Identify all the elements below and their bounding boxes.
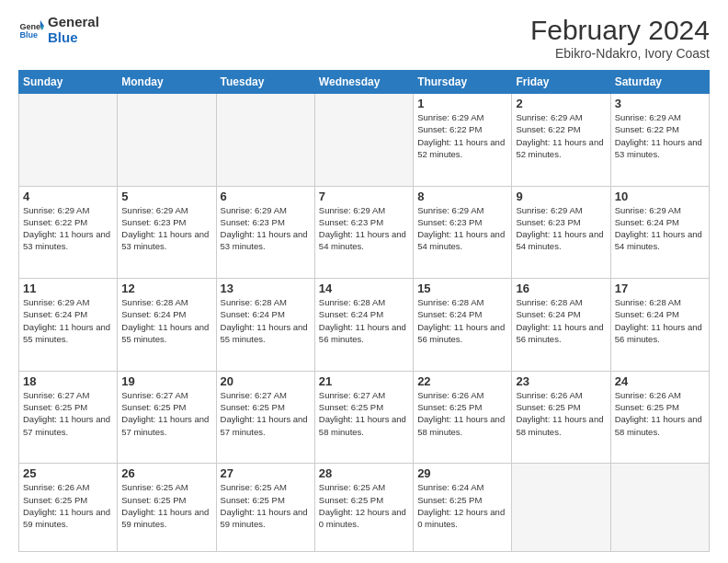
day-info: Sunrise: 6:29 AM Sunset: 6:22 PM Dayligh… xyxy=(516,111,606,160)
day-number: 14 xyxy=(319,282,409,295)
day-info: Sunrise: 6:29 AM Sunset: 6:23 PM Dayligh… xyxy=(516,204,606,253)
day-info: Sunrise: 6:28 AM Sunset: 6:24 PM Dayligh… xyxy=(319,296,409,345)
calendar-cell xyxy=(512,464,610,552)
calendar-week-0: 1Sunrise: 6:29 AM Sunset: 6:22 PM Daylig… xyxy=(19,94,710,187)
svg-text:Blue: Blue xyxy=(19,30,38,40)
day-info: Sunrise: 6:26 AM Sunset: 6:25 PM Dayligh… xyxy=(516,389,606,438)
calendar-header-saturday: Saturday xyxy=(610,71,709,94)
day-number: 28 xyxy=(319,466,409,480)
day-number: 8 xyxy=(417,190,507,203)
day-number: 29 xyxy=(417,466,507,480)
day-info: Sunrise: 6:29 AM Sunset: 6:24 PM Dayligh… xyxy=(615,204,705,253)
day-info: Sunrise: 6:26 AM Sunset: 6:25 PM Dayligh… xyxy=(615,389,705,438)
month-year: February 2024 xyxy=(530,15,710,46)
day-number: 13 xyxy=(221,282,311,295)
calendar-cell: 20Sunrise: 6:27 AM Sunset: 6:25 PM Dayli… xyxy=(216,371,314,464)
header: General Blue General Blue February 2024 … xyxy=(18,15,710,61)
calendar-cell: 9Sunrise: 6:29 AM Sunset: 6:23 PM Daylig… xyxy=(512,186,610,279)
calendar-header-monday: Monday xyxy=(118,71,216,94)
calendar-cell xyxy=(314,94,413,187)
day-number: 20 xyxy=(221,374,311,388)
logo-icon: General Blue xyxy=(18,17,44,43)
day-number: 3 xyxy=(615,97,705,110)
logo-general: General xyxy=(48,15,99,30)
calendar-cell: 21Sunrise: 6:27 AM Sunset: 6:25 PM Dayli… xyxy=(314,371,413,464)
day-number: 27 xyxy=(221,466,311,480)
day-info: Sunrise: 6:25 AM Sunset: 6:25 PM Dayligh… xyxy=(121,481,211,530)
calendar-header-sunday: Sunday xyxy=(19,71,118,94)
calendar-table: SundayMondayTuesdayWednesdayThursdayFrid… xyxy=(18,70,710,552)
calendar-cell: 13Sunrise: 6:28 AM Sunset: 6:24 PM Dayli… xyxy=(216,279,314,372)
day-info: Sunrise: 6:29 AM Sunset: 6:23 PM Dayligh… xyxy=(121,204,211,253)
day-number: 17 xyxy=(615,282,705,295)
day-info: Sunrise: 6:28 AM Sunset: 6:24 PM Dayligh… xyxy=(121,296,211,345)
day-info: Sunrise: 6:28 AM Sunset: 6:24 PM Dayligh… xyxy=(516,296,606,345)
day-info: Sunrise: 6:24 AM Sunset: 6:25 PM Dayligh… xyxy=(417,481,507,530)
calendar-cell: 24Sunrise: 6:26 AM Sunset: 6:25 PM Dayli… xyxy=(610,371,709,464)
day-number: 19 xyxy=(121,374,211,388)
day-info: Sunrise: 6:27 AM Sunset: 6:25 PM Dayligh… xyxy=(319,389,409,438)
calendar-cell: 4Sunrise: 6:29 AM Sunset: 6:22 PM Daylig… xyxy=(19,186,118,279)
day-info: Sunrise: 6:29 AM Sunset: 6:22 PM Dayligh… xyxy=(23,204,113,253)
calendar-cell: 14Sunrise: 6:28 AM Sunset: 6:24 PM Dayli… xyxy=(314,279,413,372)
calendar-cell xyxy=(19,94,118,187)
calendar-header-tuesday: Tuesday xyxy=(216,71,314,94)
calendar-cell: 11Sunrise: 6:29 AM Sunset: 6:24 PM Dayli… xyxy=(19,279,118,372)
day-info: Sunrise: 6:26 AM Sunset: 6:25 PM Dayligh… xyxy=(417,389,507,438)
day-number: 5 xyxy=(121,190,211,203)
day-info: Sunrise: 6:25 AM Sunset: 6:25 PM Dayligh… xyxy=(319,481,409,530)
day-number: 10 xyxy=(615,190,705,203)
location: Ebikro-Ndakro, Ivory Coast xyxy=(530,46,710,61)
calendar-cell: 19Sunrise: 6:27 AM Sunset: 6:25 PM Dayli… xyxy=(118,371,216,464)
day-number: 9 xyxy=(516,190,606,203)
day-number: 4 xyxy=(23,190,113,203)
calendar-header-friday: Friday xyxy=(512,71,610,94)
day-number: 2 xyxy=(516,97,606,110)
day-number: 23 xyxy=(516,374,606,388)
day-number: 11 xyxy=(23,282,113,295)
day-number: 21 xyxy=(319,374,409,388)
calendar-cell: 1Sunrise: 6:29 AM Sunset: 6:22 PM Daylig… xyxy=(414,94,512,187)
day-info: Sunrise: 6:27 AM Sunset: 6:25 PM Dayligh… xyxy=(121,389,211,438)
calendar-cell xyxy=(118,94,216,187)
day-number: 15 xyxy=(417,282,507,295)
day-info: Sunrise: 6:27 AM Sunset: 6:25 PM Dayligh… xyxy=(221,389,311,438)
calendar-cell: 2Sunrise: 6:29 AM Sunset: 6:22 PM Daylig… xyxy=(512,94,610,187)
calendar-cell: 7Sunrise: 6:29 AM Sunset: 6:23 PM Daylig… xyxy=(314,186,413,279)
day-number: 22 xyxy=(417,374,507,388)
calendar-cell: 27Sunrise: 6:25 AM Sunset: 6:25 PM Dayli… xyxy=(216,464,314,552)
day-info: Sunrise: 6:28 AM Sunset: 6:24 PM Dayligh… xyxy=(615,296,705,345)
calendar-cell: 5Sunrise: 6:29 AM Sunset: 6:23 PM Daylig… xyxy=(118,186,216,279)
page: General Blue General Blue February 2024 … xyxy=(0,0,728,563)
day-number: 7 xyxy=(319,190,409,203)
calendar-week-1: 4Sunrise: 6:29 AM Sunset: 6:22 PM Daylig… xyxy=(19,186,710,279)
day-info: Sunrise: 6:29 AM Sunset: 6:23 PM Dayligh… xyxy=(417,204,507,253)
day-info: Sunrise: 6:28 AM Sunset: 6:24 PM Dayligh… xyxy=(221,296,311,345)
calendar-cell: 22Sunrise: 6:26 AM Sunset: 6:25 PM Dayli… xyxy=(414,371,512,464)
calendar-cell: 3Sunrise: 6:29 AM Sunset: 6:22 PM Daylig… xyxy=(610,94,709,187)
calendar-cell: 15Sunrise: 6:28 AM Sunset: 6:24 PM Dayli… xyxy=(414,279,512,372)
calendar-header-row: SundayMondayTuesdayWednesdayThursdayFrid… xyxy=(19,71,710,94)
day-info: Sunrise: 6:29 AM Sunset: 6:22 PM Dayligh… xyxy=(615,111,705,160)
day-number: 25 xyxy=(23,466,113,480)
logo: General Blue General Blue xyxy=(18,15,99,45)
calendar-cell: 29Sunrise: 6:24 AM Sunset: 6:25 PM Dayli… xyxy=(414,464,512,552)
day-number: 26 xyxy=(121,466,211,480)
day-info: Sunrise: 6:29 AM Sunset: 6:23 PM Dayligh… xyxy=(319,204,409,253)
calendar-cell: 18Sunrise: 6:27 AM Sunset: 6:25 PM Dayli… xyxy=(19,371,118,464)
day-info: Sunrise: 6:27 AM Sunset: 6:25 PM Dayligh… xyxy=(23,389,113,438)
day-info: Sunrise: 6:25 AM Sunset: 6:25 PM Dayligh… xyxy=(221,481,311,530)
day-info: Sunrise: 6:28 AM Sunset: 6:24 PM Dayligh… xyxy=(417,296,507,345)
day-number: 18 xyxy=(23,374,113,388)
day-info: Sunrise: 6:29 AM Sunset: 6:23 PM Dayligh… xyxy=(221,204,311,253)
day-info: Sunrise: 6:29 AM Sunset: 6:24 PM Dayligh… xyxy=(23,296,113,345)
calendar-cell: 10Sunrise: 6:29 AM Sunset: 6:24 PM Dayli… xyxy=(610,186,709,279)
calendar-week-2: 11Sunrise: 6:29 AM Sunset: 6:24 PM Dayli… xyxy=(19,279,710,372)
calendar-header-thursday: Thursday xyxy=(414,71,512,94)
calendar-week-3: 18Sunrise: 6:27 AM Sunset: 6:25 PM Dayli… xyxy=(19,371,710,464)
day-info: Sunrise: 6:26 AM Sunset: 6:25 PM Dayligh… xyxy=(23,481,113,530)
calendar-cell xyxy=(610,464,709,552)
calendar-header-wednesday: Wednesday xyxy=(314,71,413,94)
calendar-cell: 12Sunrise: 6:28 AM Sunset: 6:24 PM Dayli… xyxy=(118,279,216,372)
day-number: 6 xyxy=(221,190,311,203)
